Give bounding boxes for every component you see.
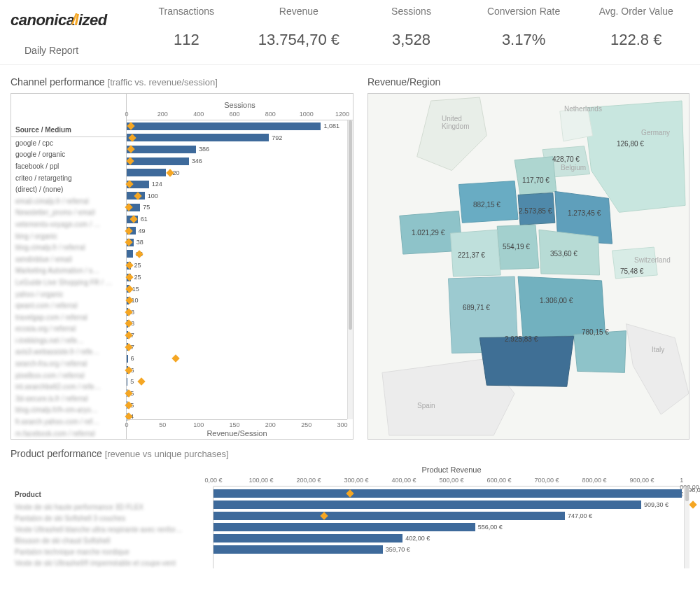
channel-label[interactable]: LeGuide Live Shopping FR / … xyxy=(11,276,126,288)
channel-row[interactable]: 792 xyxy=(127,132,353,144)
revenue-value: 909,30 € xyxy=(644,501,668,508)
revenue-value: 747,00 € xyxy=(568,512,592,519)
channel-row[interactable]: 25 xyxy=(127,272,353,284)
channel-row[interactable]: 5 xyxy=(127,399,353,411)
sessions-value: 792 xyxy=(272,134,282,141)
product-scrollbar-thumb[interactable] xyxy=(685,486,689,501)
channel-row[interactable]: 386 xyxy=(127,144,353,155)
channel-label[interactable]: Marketing Automation / s… xyxy=(11,265,126,277)
channel-row[interactable]: 6 xyxy=(127,353,353,365)
product-row[interactable]: 747,00 € xyxy=(214,510,684,522)
sessions-value: 1,081 xyxy=(323,122,340,130)
map-val-hauts: 117,70 € xyxy=(522,176,550,184)
map-val-bretagne: 1.021,29 € xyxy=(412,229,444,237)
channel-row[interactable]: 25 xyxy=(127,260,353,272)
channel-label[interactable]: (direct) / (none) xyxy=(11,183,126,195)
product-row[interactable]: 909,30 € xyxy=(214,499,684,510)
map-val-pays-loire: 221,37 € xyxy=(458,251,485,259)
channel-label[interactable]: travelgap.com / referral xyxy=(11,312,126,323)
channel-label[interactable]: sendinblue / email xyxy=(11,253,126,265)
product-row[interactable]: 996,00 € xyxy=(214,488,684,499)
product-label[interactable]: Pantalon technique marche nordique xyxy=(10,546,213,557)
product-label[interactable]: Pantalon de ski Softshell 3 couches xyxy=(10,512,213,524)
channel-row[interactable]: 15 xyxy=(127,283,353,295)
channel-title: Channel performance [traffic vs. revenue… xyxy=(10,76,354,88)
svg-marker-1 xyxy=(560,108,593,141)
product-label[interactable]: Veste Ultrashell blanche ultra respirant… xyxy=(10,524,213,535)
product-label-column: Product Veste de ski haute performance 3… xyxy=(10,486,214,568)
product-label[interactable]: Veste de ski haute performance 3D FLEX xyxy=(10,501,213,512)
channel-label[interactable]: m.facebook.com / referral xyxy=(11,428,126,440)
channel-label[interactable]: i-trekkings.net / refe… xyxy=(11,335,126,346)
channel-row[interactable]: 7 xyxy=(127,341,353,353)
channel-row[interactable]: 61 xyxy=(127,214,353,225)
region-map[interactable]: United Kingdom Netherlands Germany Belgi… xyxy=(368,93,690,440)
channel-label[interactable]: fr.search.yahoo.com / ref… xyxy=(11,416,126,428)
sessions-value: 25 xyxy=(134,274,141,281)
product-label[interactable]: Blouson de ski chaud Softshell xyxy=(10,535,213,546)
sessions-value: 5 xyxy=(130,378,134,385)
channel-row[interactable]: 35 xyxy=(127,248,353,260)
channel-label[interactable]: pixelbox.com / referral xyxy=(11,370,126,382)
channel-row[interactable]: 8 xyxy=(127,318,353,330)
channel-label[interactable]: Newsletter_promo / email xyxy=(11,207,126,219)
product-label[interactable]: Veste de ski Ultrashell® imperméable et … xyxy=(10,557,213,568)
channel-label[interactable]: blog.cimalp.fr/h-om-aryo… xyxy=(11,405,126,416)
sessions-value: 25 xyxy=(134,262,141,269)
purchases-marker xyxy=(690,500,697,508)
channel-label[interactable]: google / cpc xyxy=(11,137,126,149)
product-row[interactable]: 556,00 € xyxy=(214,522,684,533)
logo: canonicalized xyxy=(10,11,107,29)
channel-label[interactable]: ecosia.org / referral xyxy=(11,323,126,335)
channel-scrollbar-thumb[interactable] xyxy=(349,120,352,330)
channel-label[interactable]: search-fra.org / referral xyxy=(11,358,126,370)
product-scrollbar[interactable] xyxy=(684,486,690,568)
product-bars: 996,00 €909,30 €747,00 €556,00 €402,00 €… xyxy=(214,486,684,568)
channel-row[interactable]: 346 xyxy=(127,155,353,167)
region-paca[interactable] xyxy=(574,331,626,373)
channel-label[interactable]: blog.cimalp.fr / referral xyxy=(11,241,126,253)
region-occitanie[interactable] xyxy=(479,337,573,387)
map-val-normandie: 882,15 € xyxy=(473,201,500,209)
channel-label[interactable]: int.searchbelt2.com / refe… xyxy=(11,381,126,393)
channel-label[interactable]: facebook / ppl xyxy=(11,160,126,172)
kpi-transactions: Transactions 112 xyxy=(133,6,240,49)
channel-label[interactable]: email.cimalp.fr / referral xyxy=(11,195,126,207)
channel-label[interactable]: bing / organic xyxy=(11,230,126,242)
product-title: Product performance [revenue vs unique p… xyxy=(10,448,690,459)
channel-row[interactable]: 5 xyxy=(127,376,353,388)
channel-label[interactable]: yahoo / organic xyxy=(11,288,126,300)
channel-row[interactable]: 220 xyxy=(127,167,353,178)
product-row[interactable]: 359,70 € xyxy=(214,544,684,555)
channel-panel: Channel performance [traffic vs. revenue… xyxy=(10,72,354,440)
channel-row[interactable]: 6 xyxy=(127,364,353,376)
channel-row[interactable]: 49 xyxy=(127,225,353,237)
channel-chart[interactable]: Source / Medium google / cpcgoogle / org… xyxy=(10,93,354,440)
channel-row[interactable]: 124 xyxy=(127,178,353,190)
channel-label[interactable]: qwant.com / referral xyxy=(11,300,126,312)
channel-label[interactable]: criteo / retargeting xyxy=(11,172,126,184)
map-label-nl: Netherlands xyxy=(564,105,602,113)
channel-row[interactable]: 75 xyxy=(127,202,353,214)
map-val-occitanie: 2.925,83 € xyxy=(505,335,538,343)
product-row[interactable]: 402,00 € xyxy=(214,533,684,544)
sessions-bar xyxy=(127,122,321,130)
channel-label[interactable]: google / organic xyxy=(11,149,126,161)
map-val-be: 428,70 € xyxy=(552,155,580,163)
channel-row[interactable]: 100 xyxy=(127,190,353,202)
channel-label[interactable]: vetements-voyage.com / … xyxy=(11,218,126,230)
channel-scrollbar[interactable] xyxy=(347,120,353,419)
channel-row[interactable]: 1,081 xyxy=(127,120,353,132)
channel-label[interactable]: avis3.webassiste.fr / refe… xyxy=(11,346,126,358)
channel-label[interactable]: 3d-secure.is.fr / referral xyxy=(11,393,126,405)
channel-row[interactable]: 10 xyxy=(127,295,353,307)
channel-row[interactable]: 38 xyxy=(127,237,353,248)
revenue-value: 359,70 € xyxy=(386,546,410,553)
channel-row[interactable]: 7 xyxy=(127,330,353,342)
channel-row[interactable]: 8 xyxy=(127,307,353,318)
product-chart[interactable]: Product Revenue 0,00 €100,00 €200,00 €30… xyxy=(10,465,690,568)
sessions-bar xyxy=(127,250,133,258)
map-label-uk: United Kingdom xyxy=(442,115,469,130)
channel-row[interactable]: 5 xyxy=(127,388,353,400)
revenue-bar xyxy=(214,489,682,498)
